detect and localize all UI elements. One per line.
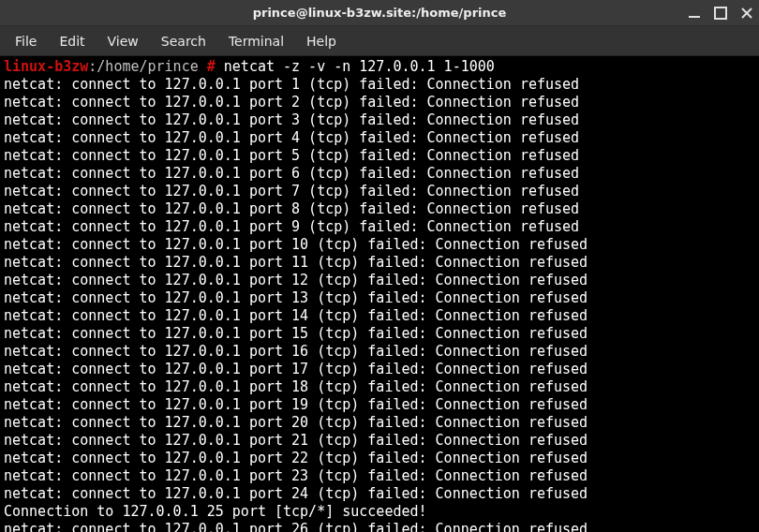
svg-rect-1 — [715, 7, 726, 19]
output-line: netcat: connect to 127.0.0.1 port 3 (tcp… — [4, 111, 755, 129]
menu-file[interactable]: File — [6, 30, 46, 52]
output-line: netcat: connect to 127.0.0.1 port 8 (tcp… — [4, 200, 755, 218]
output-line: netcat: connect to 127.0.0.1 port 23 (tc… — [4, 467, 755, 485]
output-line: netcat: connect to 127.0.0.1 port 17 (tc… — [4, 361, 755, 378]
output-line: Connection to 127.0.0.1 25 port [tcp/*] … — [4, 503, 755, 521]
output-line: netcat: connect to 127.0.0.1 port 7 (tcp… — [4, 183, 755, 200]
output-line: netcat: connect to 127.0.0.1 port 24 (tc… — [4, 485, 755, 503]
menu-terminal[interactable]: Terminal — [219, 30, 293, 52]
svg-rect-0 — [689, 16, 700, 18]
titlebar: prince@linux-b3zw.site:/home/prince — [0, 0, 759, 26]
command-text: netcat -z -v -n 127.0.0.1 1-1000 — [216, 58, 495, 75]
output-line: netcat: connect to 127.0.0.1 port 18 (tc… — [4, 378, 755, 396]
terminal-output[interactable]: linux-b3zw:/home/prince # netcat -z -v -… — [0, 56, 759, 532]
output-line: netcat: connect to 127.0.0.1 port 9 (tcp… — [4, 218, 755, 236]
output-line: netcat: connect to 127.0.0.1 port 6 (tcp… — [4, 165, 755, 183]
output-line: netcat: connect to 127.0.0.1 port 10 (tc… — [4, 236, 755, 254]
output-line: netcat: connect to 127.0.0.1 port 13 (tc… — [4, 289, 755, 307]
window-controls — [688, 0, 753, 26]
menu-edit[interactable]: Edit — [50, 30, 94, 52]
output-line: netcat: connect to 127.0.0.1 port 22 (tc… — [4, 450, 755, 467]
minimize-icon[interactable] — [688, 7, 701, 20]
prompt-line: linux-b3zw:/home/prince # netcat -z -v -… — [4, 58, 755, 76]
output-line: netcat: connect to 127.0.0.1 port 4 (tcp… — [4, 129, 755, 147]
output-line: netcat: connect to 127.0.0.1 port 5 (tcp… — [4, 147, 755, 165]
prompt-path: :/home/prince — [88, 58, 198, 75]
output-line: netcat: connect to 127.0.0.1 port 20 (tc… — [4, 414, 755, 432]
output-line: netcat: connect to 127.0.0.1 port 12 (tc… — [4, 272, 755, 289]
output-line: netcat: connect to 127.0.0.1 port 21 (tc… — [4, 432, 755, 450]
menu-view[interactable]: View — [98, 30, 148, 52]
output-line: netcat: connect to 127.0.0.1 port 14 (tc… — [4, 307, 755, 325]
menubar: File Edit View Search Terminal Help — [0, 26, 759, 56]
output-line: netcat: connect to 127.0.0.1 port 11 (tc… — [4, 254, 755, 272]
maximize-icon[interactable] — [714, 7, 727, 20]
menu-search[interactable]: Search — [152, 30, 216, 52]
prompt-host: linux-b3zw — [4, 58, 88, 75]
output-line: netcat: connect to 127.0.0.1 port 16 (tc… — [4, 343, 755, 361]
menu-help[interactable]: Help — [297, 30, 346, 52]
output-line: netcat: connect to 127.0.0.1 port 2 (tcp… — [4, 94, 755, 111]
prompt-symbol: # — [199, 58, 216, 75]
close-icon[interactable] — [740, 7, 753, 20]
output-line: netcat: connect to 127.0.0.1 port 19 (tc… — [4, 396, 755, 414]
output-line: netcat: connect to 127.0.0.1 port 26 (tc… — [4, 521, 755, 532]
output-line: netcat: connect to 127.0.0.1 port 15 (tc… — [4, 325, 755, 343]
window-title: prince@linux-b3zw.site:/home/prince — [253, 6, 507, 20]
output-line: netcat: connect to 127.0.0.1 port 1 (tcp… — [4, 76, 755, 94]
